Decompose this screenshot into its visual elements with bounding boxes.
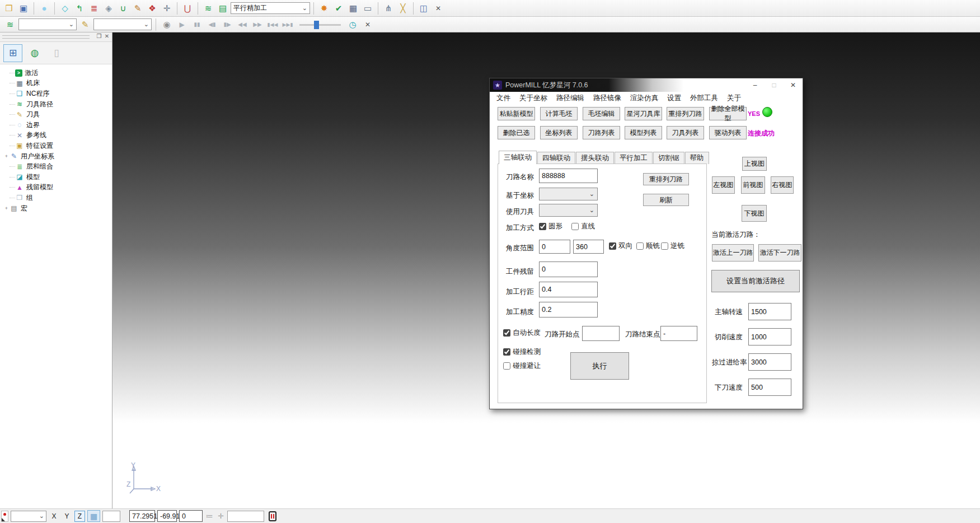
open-file-icon[interactable]: ❒ <box>2 2 16 15</box>
sim-tool-icon[interactable]: ✎ <box>78 18 92 31</box>
menu-about[interactable]: 关于 <box>723 92 745 104</box>
tree-item-macros[interactable]: + ▤ 宏 <box>3 203 112 214</box>
toolbar-close-icon[interactable]: ✕ <box>432 2 445 15</box>
expander-icon[interactable]: + <box>3 206 10 211</box>
conventional-checkbox-input[interactable] <box>661 242 668 250</box>
edit-block-button[interactable]: 毛坯编辑 <box>583 107 620 120</box>
next-toolpath-button[interactable]: 激活下一刀路 <box>758 244 801 262</box>
view-front-button[interactable]: 前视图 <box>741 176 765 194</box>
tree-view-button[interactable]: ⊞ <box>3 44 22 62</box>
globe-view-button[interactable]: ◍ <box>25 44 44 62</box>
rearrange-toolpaths-button[interactable]: 重排列刀路 <box>667 107 704 120</box>
tab-3axis[interactable]: 三轴联动 <box>499 151 537 164</box>
angle-start-input[interactable] <box>539 240 570 254</box>
linear-checkbox[interactable]: 直线 <box>571 222 595 231</box>
panel-grip[interactable]: ❐ ✕ <box>0 32 112 42</box>
tree-item-activate[interactable]: > 激活 <box>3 68 112 78</box>
go-to-start-icon[interactable]: ▮◀◀ <box>266 18 279 31</box>
end-point-input[interactable] <box>660 326 697 341</box>
tool-library-button[interactable]: 星河刀具库 <box>625 107 662 120</box>
maximize-button[interactable]: □ <box>765 78 784 92</box>
sim-tool-combo[interactable]: ⌄ <box>93 18 152 30</box>
zlevel-icon[interactable]: ≣ <box>87 2 101 15</box>
menu-external-tools[interactable]: 外部工具 <box>686 92 723 104</box>
bidirectional-checkbox[interactable]: 双向 <box>609 241 632 251</box>
rearrange-button[interactable]: 重排列刀路 <box>643 173 689 185</box>
trash-button[interactable]: ▯ <box>47 44 66 62</box>
minimize-button[interactable]: – <box>745 78 765 92</box>
tab-head-tilt[interactable]: 摆头联动 <box>576 152 614 164</box>
based-coord-select[interactable]: ⌄ <box>539 188 598 200</box>
menu-coords[interactable]: 关于坐标 <box>515 92 552 104</box>
toolpath-list-icon[interactable]: ▤ <box>216 2 229 15</box>
tab-help[interactable]: 帮助 <box>685 152 709 164</box>
tab-parallel[interactable]: 平行加工 <box>615 152 653 164</box>
drive-list-button[interactable]: 驱动列表 <box>709 126 747 139</box>
axis-y-button[interactable]: Y <box>62 511 72 522</box>
stock-allowance-input[interactable] <box>539 262 598 277</box>
rewind-icon[interactable]: ◀◀ <box>236 18 249 31</box>
active-strategy-combo[interactable]: 平行精加工 ⌄ <box>231 2 310 14</box>
step-forward-icon[interactable]: ▮▶ <box>221 18 234 31</box>
pattern-icon[interactable]: ✎ <box>131 2 144 15</box>
model-list-button[interactable]: 模型列表 <box>625 126 662 139</box>
tool-list-button[interactable]: 刀具列表 <box>667 126 704 139</box>
tool-holder-icon[interactable]: ⋃ <box>181 2 194 15</box>
tab-4axis[interactable]: 四轴联动 <box>537 152 575 164</box>
tab-saw[interactable]: 切割锯 <box>653 152 684 164</box>
menu-settings[interactable]: 设置 <box>663 92 686 104</box>
slider-handle[interactable] <box>314 21 319 29</box>
bidirectional-checkbox-input[interactable] <box>609 242 616 250</box>
collision-check-checkbox-input[interactable] <box>503 348 510 356</box>
tree-item-boundaries[interactable]: ◌ 边界 <box>3 120 112 130</box>
toolpath-strategy-icon[interactable]: ↰ <box>73 2 86 15</box>
grid-toggle-button[interactable]: ▦ <box>87 510 100 522</box>
create-block-icon[interactable]: ◇ <box>58 2 72 15</box>
rapid-feed-input[interactable] <box>748 353 791 371</box>
tree-item-machine[interactable]: ▦ 机床 <box>3 78 112 89</box>
tree-item-toolpaths[interactable]: ≋ 刀具路径 <box>3 99 112 110</box>
menu-path-edit[interactable]: 路径编辑 <box>552 92 589 104</box>
close-panel-icon[interactable]: ✕ <box>103 33 111 39</box>
menu-render-sim[interactable]: 渲染仿真 <box>626 92 663 104</box>
go-to-end-icon[interactable]: ▶▶▮ <box>281 18 294 31</box>
climb-checkbox-input[interactable] <box>636 242 644 250</box>
tree-item-models[interactable]: ◪ 模型 <box>3 172 112 183</box>
collision-check-checkbox[interactable]: 碰撞检测 <box>503 347 541 357</box>
coord-list-button[interactable]: 坐标列表 <box>540 126 578 139</box>
circular-checkbox[interactable]: 圆形 <box>539 222 562 231</box>
auto-length-checkbox[interactable]: 自动长度 <box>503 328 541 338</box>
refresh-button[interactable]: 刷新 <box>643 194 689 206</box>
status-corner-widget[interactable] <box>1 511 8 522</box>
axis-x-button[interactable]: X <box>49 511 59 522</box>
collision-avoid-checkbox-input[interactable] <box>503 362 510 370</box>
clock-icon[interactable]: ◷ <box>346 18 359 31</box>
plunge-feed-input[interactable] <box>748 379 791 396</box>
device-pause-icon[interactable] <box>269 511 276 521</box>
ruler-icon[interactable]: ▭ <box>361 2 374 15</box>
tool-icon[interactable]: ◈ <box>102 2 115 15</box>
collision-avoid-checkbox[interactable]: 碰撞避让 <box>503 361 541 371</box>
tree-item-stock-models[interactable]: ▲ 残留模型 <box>3 183 112 193</box>
boundary-icon[interactable]: ∪ <box>116 2 130 15</box>
calculator-icon[interactable]: ▦ <box>346 2 360 15</box>
sim-speed-slider[interactable] <box>299 20 341 30</box>
view-top-button[interactable]: 上视图 <box>742 157 767 171</box>
sim-toolpath-combo[interactable]: ⌄ <box>18 18 77 30</box>
delete-all-models-button[interactable]: 删除全部模型 <box>709 107 747 120</box>
tool-pair-icon[interactable]: ⋔ <box>382 2 395 15</box>
toolpath-name-input[interactable] <box>539 169 598 183</box>
tree-item-workplanes[interactable]: + ✎ 用户坐标系 <box>3 151 112 162</box>
status-field-empty-2[interactable] <box>227 511 264 522</box>
dialog-titlebar[interactable]: ★ PowerMILL 忆梦星河 7.0.6 – □ ✕ <box>490 78 803 92</box>
status-field-empty-1[interactable] <box>102 511 120 522</box>
toolbar-close-icon[interactable]: ✕ <box>361 18 374 31</box>
linear-checkbox-input[interactable] <box>571 223 579 230</box>
status-combo[interactable]: ⌄ <box>11 511 46 522</box>
view-bottom-button[interactable]: 下视图 <box>742 205 767 222</box>
prev-toolpath-button[interactable]: 激活上一刀路 <box>712 244 754 262</box>
collision-check-icon[interactable]: ✸ <box>317 2 331 15</box>
delete-selected-button[interactable]: 删除已选 <box>498 126 535 139</box>
stepover-input[interactable] <box>539 282 598 297</box>
verify-icon[interactable]: ✔ <box>332 2 345 15</box>
